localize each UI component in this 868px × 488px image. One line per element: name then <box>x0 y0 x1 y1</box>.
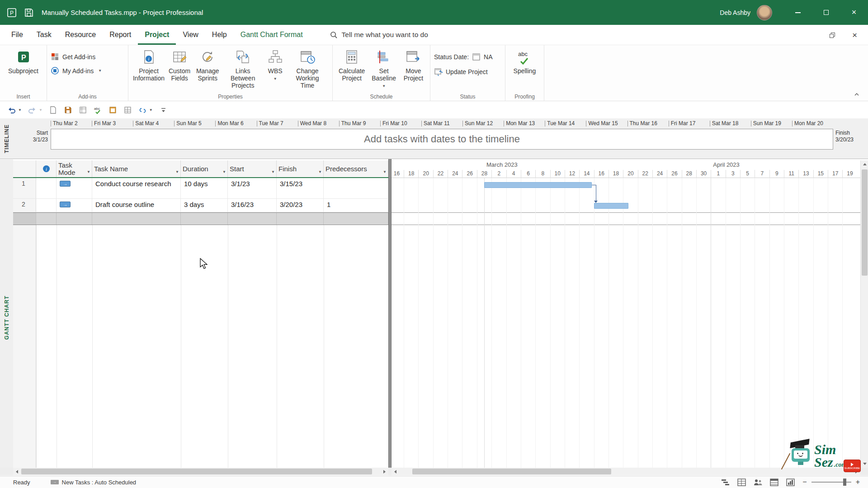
scroll-left-button[interactable] <box>13 468 21 475</box>
change-working-time-button[interactable]: Change Working Time <box>287 47 328 91</box>
task-mode-header[interactable]: Task Mode▼ <box>57 160 92 177</box>
scroll-right-button[interactable] <box>381 468 388 475</box>
task-mode-cell[interactable]: → <box>57 199 92 212</box>
gantt-scrollbar-thumb[interactable] <box>412 469 611 474</box>
close-document-icon[interactable]: × <box>852 31 857 39</box>
user-name[interactable]: Deb Ashby <box>720 9 750 16</box>
project-window-button[interactable] <box>108 106 117 114</box>
manage-sprints-button[interactable]: Manage Sprints <box>194 47 221 84</box>
gantt-view-button[interactable] <box>721 479 730 486</box>
task-info-cell[interactable] <box>36 199 57 212</box>
menu-tab-file[interactable]: File <box>5 25 30 45</box>
gantt-bar[interactable] <box>594 203 628 209</box>
menu-tab-help[interactable]: Help <box>205 25 234 45</box>
calculate-project-button[interactable]: Calculate Project <box>337 47 366 84</box>
timeline-bar[interactable]: Add tasks with dates to the timeline <box>51 129 833 150</box>
task-predecessors-cell[interactable]: 1 <box>324 199 388 212</box>
gantt-bar[interactable] <box>484 182 592 188</box>
task-name-cell[interactable]: Conduct course research <box>92 178 181 198</box>
table-scrollbar-thumb[interactable] <box>21 469 372 474</box>
empty-table-region[interactable] <box>13 225 388 468</box>
gantt-pane-label-strip[interactable]: GANTT CHART <box>0 160 13 475</box>
task-duration-cell[interactable]: 3 days <box>181 199 228 212</box>
zoom-slider[interactable] <box>811 482 851 483</box>
selected-predecessors-cell[interactable] <box>324 213 388 225</box>
task-info-cell[interactable] <box>36 178 57 198</box>
table-horizontal-scrollbar[interactable] <box>13 468 388 475</box>
gantt-chart-area[interactable] <box>392 178 860 468</box>
project-information-button[interactable]: i Project Information <box>133 47 165 84</box>
customize-qat-button[interactable] <box>159 106 168 114</box>
task-predecessors-cell[interactable] <box>324 178 388 198</box>
menu-tab-resource[interactable]: Resource <box>58 25 103 45</box>
get-addins-button[interactable]: Get Add-ins <box>51 52 102 61</box>
update-project-button[interactable]: Update Project <box>434 67 493 76</box>
selected-empty-row[interactable] <box>13 212 388 225</box>
scroll-left-button[interactable] <box>392 468 399 475</box>
minimize-button[interactable] <box>784 0 812 25</box>
print-preview-button[interactable] <box>79 106 87 114</box>
subproject-button[interactable]: P Subproject <box>7 47 40 76</box>
timeline-pane-label-strip[interactable]: TIMELINE <box>0 118 13 159</box>
wbs-button[interactable]: WBS ▼ <box>265 47 285 84</box>
link-tasks-button[interactable]: ▼ <box>138 106 153 114</box>
selected-start-cell[interactable] <box>228 213 277 225</box>
task-row-number[interactable]: 1 <box>13 178 36 198</box>
task-row-number[interactable]: 2 <box>13 199 36 212</box>
selected-mode-cell[interactable] <box>57 213 92 225</box>
links-between-projects-button[interactable]: Links Between Projects <box>222 47 263 91</box>
predecessors-header[interactable]: Predecessors▼ <box>324 160 388 177</box>
task-name-header[interactable]: Task Name▼ <box>92 160 181 177</box>
spelling-check-button[interactable]: abc <box>94 106 102 114</box>
menu-tab-gantt-chart-format[interactable]: Gantt Chart Format <box>234 25 310 45</box>
team-planner-view-button[interactable] <box>754 479 762 486</box>
task-start-cell[interactable]: 3/1/23 <box>228 178 277 198</box>
set-baseline-button[interactable]: Set Baseline ▼ <box>368 47 399 92</box>
duration-header[interactable]: Duration▼ <box>181 160 228 177</box>
vertical-scrollbar-thumb[interactable] <box>862 169 868 276</box>
info-column-header[interactable]: i <box>36 160 57 177</box>
start-header[interactable]: Start▼ <box>228 160 277 177</box>
save-icon[interactable] <box>24 7 34 18</box>
selected-row-number-cell[interactable] <box>13 213 36 225</box>
task-finish-cell[interactable]: 3/20/23 <box>277 199 324 212</box>
menu-tab-view[interactable]: View <box>176 25 205 45</box>
selected-name-cell[interactable] <box>92 213 181 225</box>
avatar[interactable] <box>757 5 772 20</box>
menu-tab-report[interactable]: Report <box>103 25 138 45</box>
pane-splitter[interactable] <box>388 159 392 475</box>
finish-header[interactable]: Finish▼ <box>277 160 324 177</box>
close-button[interactable]: × <box>840 0 868 25</box>
spelling-button[interactable]: abc Spelling <box>512 47 538 76</box>
selected-finish-cell[interactable] <box>277 213 324 225</box>
collapse-ribbon-button[interactable] <box>852 91 862 98</box>
task-usage-view-button[interactable] <box>737 479 746 486</box>
selected-info-cell[interactable] <box>36 213 57 225</box>
my-addins-button[interactable]: My Add-ins ▼ <box>51 66 102 75</box>
task-name-cell[interactable]: Draft course outline <box>92 199 181 212</box>
task-start-cell[interactable]: 3/16/23 <box>228 199 277 212</box>
undo-button[interactable]: ▼ <box>7 106 22 114</box>
tell-me-search[interactable]: Tell me what you want to do <box>330 25 428 45</box>
redo-button[interactable]: ▼ <box>28 106 42 114</box>
save-button[interactable] <box>64 106 72 114</box>
custom-fields-button[interactable]: Custom Fields <box>166 47 193 84</box>
maximize-button[interactable] <box>812 0 840 25</box>
selected-duration-cell[interactable] <box>181 213 228 225</box>
restore-window-icon[interactable] <box>830 33 835 38</box>
menu-tab-task[interactable]: Task <box>30 25 58 45</box>
scroll-up-button[interactable] <box>861 160 868 168</box>
new-document-button[interactable] <box>49 106 57 114</box>
task-duration-cell[interactable]: 10 days <box>181 178 228 198</box>
vertical-scrollbar[interactable] <box>860 160 868 468</box>
task-finish-cell[interactable]: 3/15/23 <box>277 178 324 198</box>
move-project-button[interactable]: Move Project <box>401 47 425 84</box>
gantt-chart-pane[interactable]: March 2023April 2023 1618202224262824681… <box>392 160 860 468</box>
row-number-header[interactable] <box>13 160 36 177</box>
menu-tab-project[interactable]: Project <box>138 25 176 45</box>
table-view-button[interactable] <box>123 106 132 114</box>
resource-sheet-view-button[interactable] <box>770 479 778 486</box>
subscribe-button[interactable]: SUBSCRIBE <box>844 460 861 472</box>
task-mode-cell[interactable]: → <box>57 178 92 198</box>
new-tasks-mode[interactable]: → New Tasks : Auto Scheduled <box>51 479 137 486</box>
